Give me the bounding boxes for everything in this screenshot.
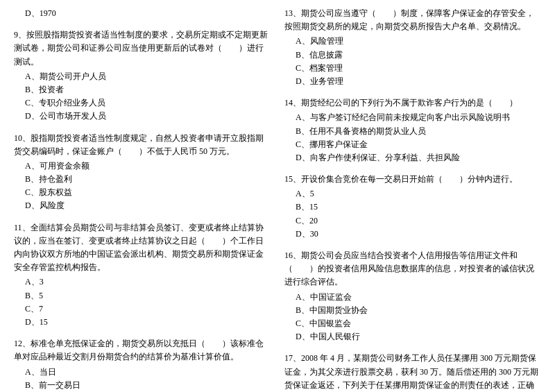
option-15b: B、15 [284, 201, 541, 214]
option-16d: D、中国人民银行 [284, 330, 541, 343]
question-14: 14、期货经纪公司的下列行为不属于欺诈客户行为的是（ ） A、与客户签订经纪合同… [284, 96, 541, 164]
question-13: 13、期货公司应当遵守（ ）制度，保障客户保证金的存管安全，按照期货交易所的规定… [284, 7, 541, 88]
question-17-text: 17、2008 年 4 月，某期货公司财务工作人员任某挪用 300 万元期货保证… [284, 352, 541, 392]
left-column: D、1970 9、按照股指期货投资者适当性制度的要求，交易所定期或不定期更新测试… [14, 7, 271, 392]
option-15c: C、20 [284, 214, 541, 228]
question-14-text: 14、期货经纪公司的下列行为不属于欺诈客户行为的是（ ） [284, 96, 541, 110]
right-column: 13、期货公司应当遵守（ ）制度，保障客户保证金的存管安全，按照期货交易所的规定… [284, 7, 541, 392]
question-16-text: 16、期货公司会员应当结合投资者个人信用报告等信用证文件和（ ）的投资者信用风险… [284, 249, 541, 289]
option-16a: A、中国证监会 [284, 291, 541, 304]
option-15d: D、30 [284, 228, 541, 241]
question-15: 15、开设价集合竞价在每一交易日开始前（ ）分钟内进行。 A、5 B、15 C、… [284, 173, 541, 241]
question-13-text: 13、期货公司应当遵守（ ）制度，保障客户保证金的存管安全，按照期货交易所的规定… [284, 7, 541, 33]
question-12: 12、标准仓单充抵保证金的，期货交易所以充抵日（ ）该标准仓单对应品种最近交割月… [14, 337, 271, 392]
two-column-layout: D、1970 9、按照股指期货投资者适当性制度的要求，交易所定期或不定期更新测试… [14, 7, 541, 392]
option-13b: B、信息披露 [284, 49, 541, 62]
option-14b: B、任用不具备资格的期货从业人员 [284, 125, 541, 138]
option-15a: A、5 [284, 187, 541, 201]
option-11a: A、3 [14, 275, 271, 289]
question-9: 9、按照股指期货投资者适当性制度的要求，交易所定期或不定期更新测试卷，期货公司和… [14, 28, 271, 123]
option-d1970: D、1970 [14, 7, 271, 20]
question-9-text: 9、按照股指期货投资者适当性制度的要求，交易所定期或不定期更新测试卷，期货公司和… [14, 28, 271, 69]
option-13a: A、风险管理 [284, 35, 541, 48]
option-11c: C、7 [14, 302, 271, 316]
option-9a: A、期货公司开户人员 [14, 70, 271, 83]
option-11d: D、15 [14, 316, 271, 329]
option-10a: A、可用资金余额 [14, 160, 271, 173]
option-16c: C、中国银监会 [284, 317, 541, 330]
option-text: D、1970 [14, 7, 271, 20]
option-10d: D、风险度 [14, 199, 271, 212]
option-11b: B、5 [14, 289, 271, 302]
option-14d: D、向客户作使利保证、分享利益、共担风险 [284, 151, 541, 164]
option-9b: B、投资者 [14, 83, 271, 96]
question-11-text: 11、全面结算会员期货公司与非结算会员签订、变更或者终止结算协议的，应当在签订、… [14, 221, 271, 275]
question-16: 16、期货公司会员应当结合投资者个人信用报告等信用证文件和（ ）的投资者信用风险… [284, 249, 541, 343]
question-15-text: 15、开设价集合竞价在每一交易日开始前（ ）分钟内进行。 [284, 173, 541, 186]
option-14a: A、与客户签订经纪合同前未按规定向客户出示风险说明书 [284, 111, 541, 124]
option-13c: C、档案管理 [284, 62, 541, 75]
page-content: D、1970 9、按照股指期货投资者适当性制度的要求，交易所定期或不定期更新测试… [14, 7, 541, 392]
question-17: 17、2008 年 4 月，某期货公司财务工作人员任某挪用 300 万元期货保证… [284, 352, 541, 392]
option-10b: B、持仓盈利 [14, 173, 271, 186]
option-12b: B、前一交易日 [14, 379, 271, 392]
question-10: 10、股指期货投资者适当性制度规定，自然人投资者申请开立股指期货交易编码时，保证… [14, 132, 271, 213]
option-14c: C、挪用客户保证金 [284, 138, 541, 151]
question-12-text: 12、标准仓单充抵保证金的，期货交易所以充抵日（ ）该标准仓单对应品种最近交割月… [14, 337, 271, 364]
question-11: 11、全面结算会员期货公司与非结算会员签订、变更或者终止结算协议的，应当在签订、… [14, 221, 271, 330]
option-9c: C、专职介绍业务人员 [14, 96, 271, 110]
option-13d: D、业务管理 [284, 75, 541, 88]
option-9d: D、公司市场开发人员 [14, 110, 271, 123]
option-12a: A、当日 [14, 366, 271, 379]
option-16b: B、中国期货业协会 [284, 304, 541, 317]
question-10-text: 10、股指期货投资者适当性制度规定，自然人投资者申请开立股指期货交易编码时，保证… [14, 132, 271, 158]
option-10c: C、股东权益 [14, 186, 271, 199]
